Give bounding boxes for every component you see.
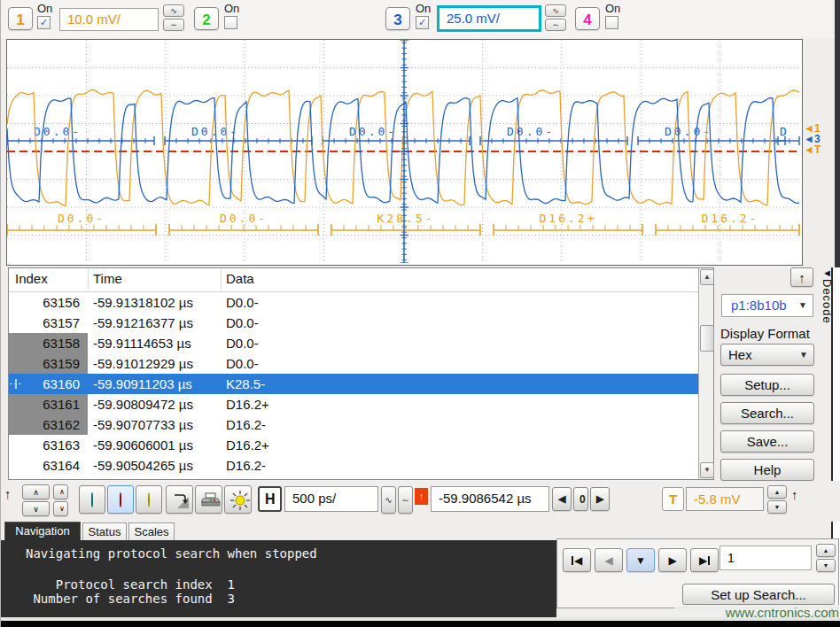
channel-1-scale-spinner[interactable]: ∿∼: [163, 4, 184, 33]
table-row[interactable]: 63158-59.91114653 µsD0.0-: [9, 333, 698, 353]
single-button[interactable]: [136, 485, 162, 514]
status-line: Navigating protocol search when stopped: [26, 546, 317, 561]
table-row[interactable]: 63159-59.91012929 µsD0.0-: [9, 353, 698, 374]
table-row[interactable]: 63160-59.90911203 µsK28.5-: [9, 374, 698, 394]
table-row[interactable]: 63161-59.90809472 µsD16.2+: [9, 394, 698, 414]
next-result-button[interactable]: ▶: [658, 548, 687, 572]
column-header-data[interactable]: Data: [226, 271, 254, 286]
scroll-down-icon[interactable]: ▼: [700, 462, 714, 478]
channel-1-scale-field[interactable]: 10.0 mV/: [59, 8, 159, 31]
tab-scales[interactable]: Scales: [128, 522, 175, 540]
adjust-up-icon[interactable]: ∧: [22, 484, 50, 499]
count-up-icon[interactable]: ▲: [816, 544, 836, 557]
trigger-level-spinner[interactable]: ▲ ▼: [767, 485, 787, 514]
search-index-spinner[interactable]: ▲ ▼: [816, 544, 836, 572]
channel-2-button[interactable]: 2: [194, 7, 219, 30]
run-button[interactable]: [79, 485, 105, 514]
table-row[interactable]: 63162-59.90707733 µsD16.2-: [9, 414, 698, 435]
table-cell: 63164: [9, 455, 88, 476]
svg-text:D: D: [780, 125, 789, 138]
scrollbar-thumb[interactable]: [700, 325, 714, 352]
setup-search-button[interactable]: Set up Search...: [682, 584, 835, 605]
level-down-icon[interactable]: ▼: [767, 500, 787, 514]
svg-text:D16.2-: D16.2-: [702, 212, 759, 225]
table-cell: 63157: [9, 313, 88, 333]
table-cell: 63163: [9, 435, 88, 455]
channel-1-on-checkbox[interactable]: ✓: [37, 16, 51, 29]
coarse-adjust-spinner[interactable]: ∧ ∨: [22, 484, 50, 516]
count-down-icon[interactable]: ▼: [816, 559, 836, 572]
svg-text:D0.0-: D0.0-: [58, 212, 105, 225]
display-format-dropdown[interactable]: Hex▼: [720, 344, 814, 366]
search-index-field[interactable]: 1: [719, 546, 812, 570]
table-row[interactable]: 63157-59.91216377 µsD0.0-: [9, 313, 698, 333]
save-button[interactable]: Save...: [720, 430, 814, 453]
last-result-button[interactable]: ▶: [690, 548, 719, 572]
column-header-index[interactable]: Index: [15, 271, 48, 286]
autoscale-button[interactable]: [166, 485, 193, 514]
tab-navigation[interactable]: Navigation: [4, 522, 81, 540]
table-row[interactable]: 63156-59.91318102 µsD0.0-: [9, 292, 698, 313]
channel-2-on-checkbox[interactable]: [224, 16, 237, 29]
delay-zero-button[interactable]: 0: [573, 487, 588, 511]
brightness-sun-icon: [230, 491, 250, 510]
channel-3-scale-field[interactable]: 25.0 mV/: [437, 5, 541, 32]
level-up-icon[interactable]: ▲: [767, 485, 787, 499]
scale-down-icon[interactable]: ∼: [545, 19, 566, 31]
print-button[interactable]: [195, 485, 222, 514]
search-button[interactable]: Search...: [720, 402, 814, 424]
channel-3-scale-spinner[interactable]: ∿∼: [545, 4, 566, 33]
column-header-time[interactable]: Time: [93, 271, 122, 286]
stop-button[interactable]: [107, 485, 134, 514]
zoom-in-time-icon[interactable]: ∿: [381, 486, 396, 514]
table-cell: K28.5-: [226, 374, 265, 394]
channel-4-on-checkbox[interactable]: [605, 16, 618, 29]
previous-result-button[interactable]: ◀: [595, 548, 623, 572]
status-line: Number of searches found 3: [26, 592, 235, 606]
scale-up-icon[interactable]: ∿: [545, 4, 566, 17]
adjust-down-icon[interactable]: ∨: [22, 501, 50, 516]
channel-1-on-label: On: [37, 2, 52, 15]
channel-1-button[interactable]: 1: [8, 7, 33, 30]
tab-status[interactable]: Status: [82, 522, 127, 540]
delay-right-button[interactable]: ▶: [590, 487, 610, 511]
decode-source-dropdown[interactable]: p1:8b10b▼: [721, 294, 813, 317]
trigger-level-marker[interactable]: ◄T: [804, 145, 821, 155]
horizontal-menu-button[interactable]: H: [258, 486, 282, 512]
trigger-level-field[interactable]: -5.8 mV: [686, 487, 764, 511]
fine-adjust-spinner[interactable]: ∧ ∨: [53, 484, 68, 516]
printer-icon: [201, 492, 221, 509]
table-body: 63156-59.91318102 µsD0.0-63157-59.912163…: [9, 292, 698, 479]
adjust-up-icon[interactable]: ∧: [53, 484, 68, 499]
table-cell: 63160: [9, 374, 88, 394]
zoom-out-time-icon[interactable]: ∼: [398, 486, 413, 514]
table-cell: D0.0-: [226, 313, 259, 333]
stop-navigation-button[interactable]: ▼: [626, 548, 655, 572]
table-row[interactable]: 63164-59.90504265 µsD16.2-: [9, 455, 698, 476]
decode-side-tab[interactable]: ◄ Decode: [815, 266, 839, 370]
help-button[interactable]: Help: [720, 459, 814, 481]
channel-4-button[interactable]: 4: [575, 7, 600, 30]
collapse-panel-button[interactable]: ↑: [790, 267, 813, 287]
table-cell: D0.0-: [226, 292, 259, 313]
adjust-down-icon[interactable]: ∨: [53, 501, 68, 516]
horizontal-delay-field[interactable]: -59.9086542 µs: [431, 486, 549, 512]
trigger-menu-button[interactable]: T: [662, 487, 684, 511]
first-result-button[interactable]: ◀: [563, 548, 591, 572]
channel-3-on-checkbox[interactable]: ✓: [416, 16, 429, 29]
clear-display-button[interactable]: [224, 485, 252, 514]
channel-3-button[interactable]: 3: [385, 7, 410, 30]
scale-down-icon[interactable]: ∼: [163, 19, 184, 31]
scroll-up-icon[interactable]: ▲: [700, 269, 714, 285]
table-row[interactable]: 63163-59.90606001 µsD16.2+: [9, 435, 698, 455]
table-cell: D16.2+: [226, 394, 269, 414]
delay-left-button[interactable]: ◀: [552, 487, 572, 511]
channel-toolbar: 1 On ✓ 10.0 mV/ ∿∼ 2 On 3 On ✓ 25.0 mV/ …: [1, 0, 840, 38]
table-scrollbar[interactable]: ▲ ▼: [698, 268, 713, 479]
trigger-position-icon[interactable]: ↑: [415, 488, 428, 505]
waveform-display[interactable]: D0.0-D0.0-D0.0-D0.0-D0.0-DD0.0-D0.0-K28.…: [6, 39, 803, 266]
timebase-field[interactable]: 500 ps/: [284, 486, 378, 512]
table-cell: -59.90707733 µs: [93, 414, 193, 435]
scale-up-icon[interactable]: ∿: [163, 4, 184, 17]
setup-button[interactable]: Setup...: [720, 374, 814, 396]
